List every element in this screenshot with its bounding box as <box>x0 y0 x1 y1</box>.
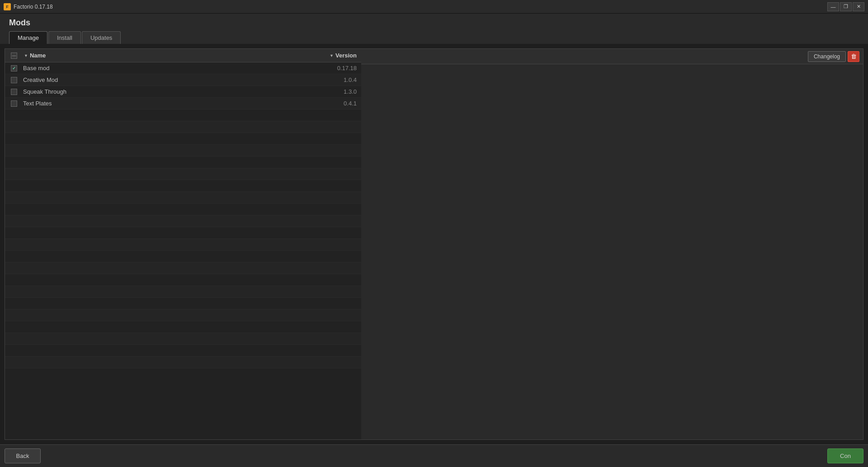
empty-row <box>5 239 361 251</box>
titlebar: F Factorio 0.17.18 — ❐ ✕ <box>0 0 868 14</box>
maximize-button[interactable]: ❐ <box>840 2 852 11</box>
mod-version: 1.3.0 <box>316 88 361 95</box>
detail-content <box>361 64 863 439</box>
mod-enabled-checkbox[interactable]: ✓ <box>11 65 17 71</box>
mod-name: Text Plates <box>23 100 316 107</box>
row-checkbox-col: ✓ <box>5 65 23 71</box>
mod-enabled-checkbox[interactable] <box>11 77 17 83</box>
delete-icon: 🗑 <box>851 53 857 60</box>
empty-row <box>5 157 361 168</box>
app-container: Mods Manage Install Updates — <box>0 14 868 467</box>
mod-enabled-checkbox[interactable] <box>11 100 17 107</box>
detail-toolbar: Changelog 🗑 <box>361 49 863 64</box>
name-sort-arrow: ▼ <box>24 53 28 58</box>
titlebar-left: F Factorio 0.17.18 <box>4 3 53 10</box>
empty-row <box>5 121 361 133</box>
table-row[interactable]: Squeak Through1.3.0 <box>5 86 361 98</box>
empty-row <box>5 298 361 310</box>
empty-row <box>5 333 361 345</box>
empty-row <box>5 251 361 262</box>
empty-row <box>5 192 361 204</box>
row-checkbox-col <box>5 100 23 107</box>
mod-enabled-checkbox[interactable] <box>11 89 17 95</box>
table-body: ✓Base mod0.17.18Creative Mod1.0.4Squeak … <box>5 62 361 439</box>
bottom-bar: Back Con <box>0 444 868 467</box>
empty-row <box>5 321 361 333</box>
empty-row <box>5 133 361 145</box>
close-button[interactable]: ✕ <box>853 2 864 11</box>
table-header: — ▼ Name ▼ Version <box>5 49 361 62</box>
empty-row <box>5 274 361 286</box>
header-checkbox-col: — <box>5 52 23 59</box>
header-name-col[interactable]: ▼ Name <box>23 52 316 59</box>
tab-manage[interactable]: Manage <box>9 31 47 44</box>
empty-row <box>5 180 361 192</box>
table-row[interactable]: Text Plates0.4.1 <box>5 98 361 110</box>
empty-row <box>5 227 361 239</box>
table-row[interactable]: Creative Mod1.0.4 <box>5 74 361 86</box>
empty-row <box>5 345 361 357</box>
select-all-checkbox[interactable]: — <box>11 52 17 59</box>
empty-row <box>5 204 361 215</box>
header-version-col[interactable]: ▼ Version <box>316 52 361 59</box>
detail-panel: Changelog 🗑 <box>361 48 863 440</box>
app-header: Mods Manage Install Updates <box>0 14 868 44</box>
app-title: Mods <box>9 18 859 28</box>
row-checkbox-col <box>5 89 23 95</box>
empty-row <box>5 310 361 321</box>
back-button[interactable]: Back <box>5 448 41 463</box>
app-icon: F <box>4 3 11 10</box>
empty-row <box>5 110 361 121</box>
confirm-button[interactable]: Con <box>827 448 863 463</box>
tab-updates[interactable]: Updates <box>82 31 121 44</box>
empty-row <box>5 145 361 157</box>
version-column-label: Version <box>335 52 357 59</box>
empty-row <box>5 357 361 368</box>
titlebar-title: Factorio 0.17.18 <box>14 4 53 10</box>
row-checkbox-col <box>5 77 23 83</box>
titlebar-controls: — ❐ ✕ <box>827 2 864 11</box>
empty-row <box>5 168 361 180</box>
empty-row <box>5 215 361 227</box>
version-sort-arrow: ▼ <box>330 53 334 58</box>
tabs: Manage Install Updates <box>9 31 859 44</box>
mod-version: 0.17.18 <box>316 65 361 71</box>
empty-row <box>5 286 361 298</box>
table-row[interactable]: ✓Base mod0.17.18 <box>5 62 361 74</box>
content-area: — ▼ Name ▼ Version ✓Base mod0.17.18Creat… <box>0 44 868 444</box>
empty-row <box>5 262 361 274</box>
mod-list-panel: — ▼ Name ▼ Version ✓Base mod0.17.18Creat… <box>5 48 362 440</box>
app-icon-label: F <box>6 5 9 9</box>
mod-version: 1.0.4 <box>316 76 361 83</box>
delete-button[interactable]: 🗑 <box>848 51 859 62</box>
tab-install[interactable]: Install <box>48 31 81 44</box>
mod-version: 0.4.1 <box>316 100 361 107</box>
changelog-button[interactable]: Changelog <box>808 51 846 62</box>
minimize-button[interactable]: — <box>827 2 839 11</box>
mod-name: Creative Mod <box>23 76 316 83</box>
mod-name: Base mod <box>23 65 316 71</box>
mod-name: Squeak Through <box>23 88 316 95</box>
name-column-label: Name <box>30 52 46 59</box>
